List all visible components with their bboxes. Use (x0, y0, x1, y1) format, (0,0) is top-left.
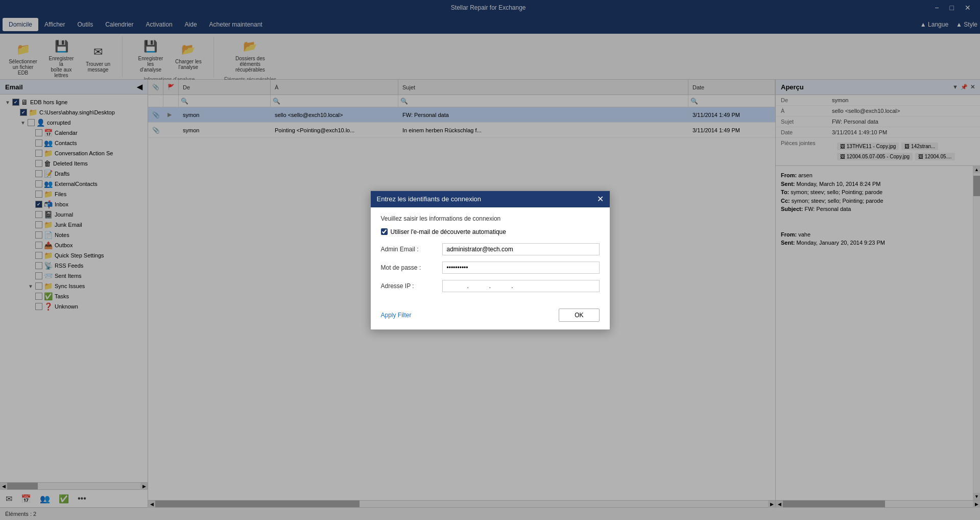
autodiscover-checkbox[interactable] (381, 228, 388, 235)
modal-title: Entrez les identifiants de connexion (377, 195, 482, 203)
modal-field-ip-row: Adresse IP : . . . (381, 280, 600, 292)
autodiscover-label: Utiliser l'e-mail de découverte automati… (391, 228, 506, 235)
ip-octet-1[interactable] (447, 282, 467, 290)
modal-email-label: Admin Email : (381, 246, 442, 253)
modal-field-email-row: Admin Email : (381, 243, 600, 255)
modal-body: Veuillez saisir les informations de conn… (371, 207, 610, 306)
ip-octet-3[interactable] (491, 282, 511, 290)
ip-input-container: . . . (442, 280, 600, 292)
ip-octet-2[interactable] (469, 282, 489, 290)
modal-overlay: Entrez les identifiants de connexion ✕ V… (0, 0, 980, 520)
modal-checkbox-row: Utiliser l'e-mail de découverte automati… (381, 228, 600, 235)
modal-ip-label: Adresse IP : (381, 282, 442, 290)
modal-close-button[interactable]: ✕ (597, 195, 604, 203)
modal-ok-button[interactable]: OK (559, 309, 599, 322)
modal-subtitle: Veuillez saisir les informations de conn… (381, 215, 600, 222)
modal-field-password-row: Mot de passe : (381, 262, 600, 274)
modal-title-bar: Entrez les identifiants de connexion ✕ (371, 191, 610, 207)
apply-filter-link[interactable]: Apply Filter (381, 312, 412, 319)
ip-octet-4[interactable] (513, 282, 534, 290)
modal-password-label: Mot de passe : (381, 264, 442, 271)
password-input[interactable] (442, 262, 600, 274)
admin-email-input[interactable] (442, 243, 600, 255)
modal-footer: Apply Filter OK (371, 306, 610, 329)
modal-dialog: Entrez les identifiants de connexion ✕ V… (370, 191, 610, 330)
